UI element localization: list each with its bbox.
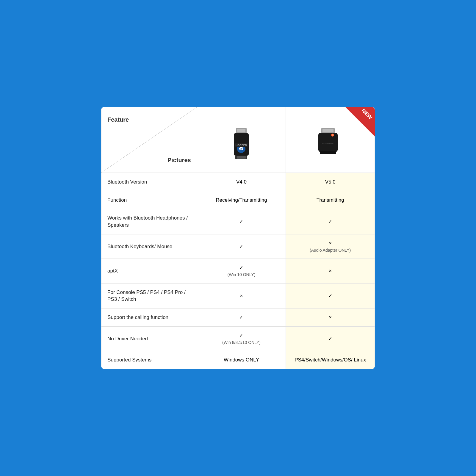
table-row: Supported SystemsWindows ONLYPS4/Switch/… — [101, 351, 375, 369]
header-feature-cell: Pictures Feature — [101, 107, 197, 173]
col1-cell: V4.0 — [197, 173, 286, 191]
feature-cell: Supported Systems — [101, 351, 197, 369]
col2-cell: ✓ — [286, 327, 375, 351]
feature-cell: For Console PS5 / PS4 / PS4 Pro / PS3 / … — [101, 283, 197, 309]
col2-cell: ✓ — [286, 283, 375, 309]
svg-rect-15 — [320, 151, 336, 154]
feature-label: Feature — [107, 115, 129, 124]
table-header-row: Pictures Feature ⭖ — [101, 107, 375, 173]
col2-cell: PS4/Switch/Windows/OS/ Linux — [286, 351, 375, 369]
col1-cell: ✓ — [197, 309, 286, 327]
table-row: aptX✓(Win 10 ONLY)× — [101, 259, 375, 283]
col1-cell: Receiving/Transmitting — [197, 191, 286, 209]
table-row: No Driver Needed✓(Win 8/8.1/10 ONLY)✓ — [101, 327, 375, 351]
table-row: Support the calling function✓× — [101, 309, 375, 327]
col1-cell: ✓(Win 10 ONLY) — [197, 259, 286, 283]
table-row: For Console PS5 / PS4 / PS4 Pro / PS3 / … — [101, 283, 375, 309]
product-1-image: ⭖ UGREEN — [203, 113, 280, 167]
table-row: FunctionReceiving/TransmittingTransmitti… — [101, 191, 375, 209]
svg-text:ADAPTER: ADAPTER — [322, 142, 334, 145]
feature-cell: Bluetooth Keyboards/ Mouse — [101, 234, 197, 259]
col1-cell: ✓(Win 8/8.1/10 ONLY) — [197, 327, 286, 351]
header-col1: ⭖ UGREEN — [197, 107, 286, 173]
feature-cell: Function — [101, 191, 197, 209]
svg-text:⭖: ⭖ — [239, 146, 244, 151]
new-badge-triangle — [345, 107, 375, 137]
svg-rect-1 — [237, 129, 245, 132]
product2-adapter-svg: ADAPTER — [312, 128, 348, 167]
comparison-table: Pictures Feature ⭖ — [101, 107, 375, 369]
col2-cell: × — [286, 259, 375, 283]
feature-cell: aptX — [101, 259, 197, 283]
col1-cell: × — [197, 283, 286, 309]
table-row: Works with Bluetooth Headphones / Speake… — [101, 209, 375, 234]
feature-cell: Bluetooth Version — [101, 173, 197, 191]
table-row: Bluetooth VersionV4.0V5.0 — [101, 173, 375, 191]
svg-text:UGREEN: UGREEN — [236, 144, 247, 147]
col2-cell: ✓ — [286, 209, 375, 234]
col1-cell: Windows ONLY — [197, 351, 286, 369]
col2-cell: ×(Audio Adapter ONLY) — [286, 234, 375, 259]
table-row: Bluetooth Keyboards/ Mouse✓×(Audio Adapt… — [101, 234, 375, 259]
svg-rect-10 — [322, 129, 333, 132]
col2-cell: Transmitting — [286, 191, 375, 209]
col2-cell: × — [286, 309, 375, 327]
feature-cell: No Driver Needed — [101, 327, 197, 351]
svg-point-13 — [332, 134, 333, 136]
col1-cell: ✓ — [197, 209, 286, 234]
ugreen-adapter-svg: ⭖ UGREEN — [229, 128, 253, 167]
feature-cell: Works with Bluetooth Headphones / Speake… — [101, 209, 197, 234]
pictures-label: Pictures — [167, 156, 191, 164]
table-body: Bluetooth VersionV4.0V5.0FunctionReceivi… — [101, 173, 375, 369]
svg-rect-6 — [237, 156, 246, 159]
col1-cell: ✓ — [197, 234, 286, 259]
comparison-card: NEW Pictures Feature — [101, 107, 375, 369]
col2-cell: V5.0 — [286, 173, 375, 191]
feature-cell: Support the calling function — [101, 309, 197, 327]
